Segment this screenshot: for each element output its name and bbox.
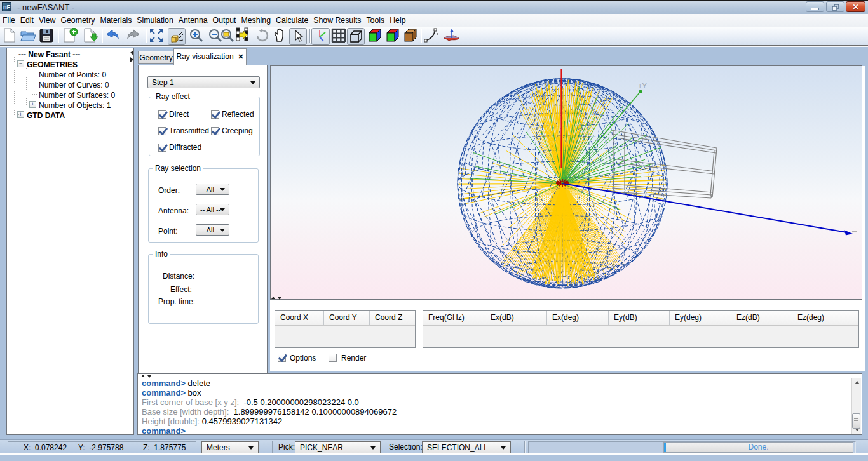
svg-text:+Y: +Y (638, 82, 647, 90)
